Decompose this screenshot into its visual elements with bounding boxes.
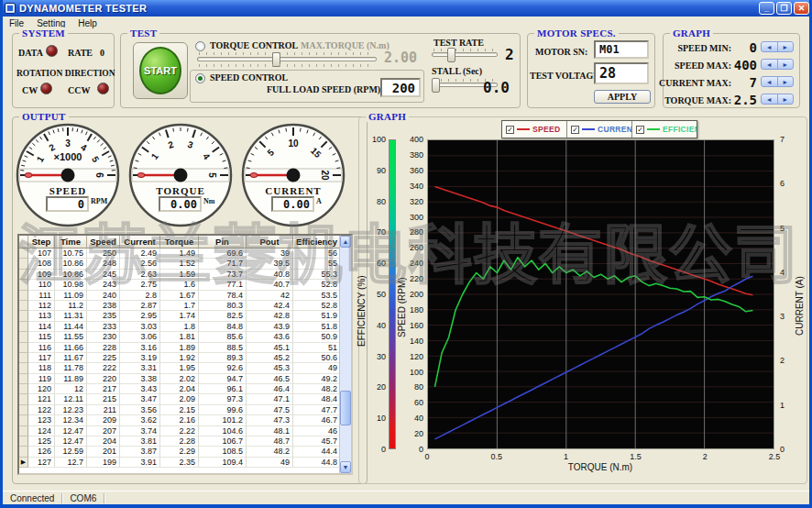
speed-max-spinner[interactable]: ◄► [761, 59, 794, 70]
table-row[interactable]: 11411.442333.031.884.843.951.8 [19, 322, 351, 332]
restore-button[interactable]: ❐ [776, 2, 792, 15]
table-row[interactable]: 10710.752502.491.4969.63956 [19, 248, 351, 259]
table-row[interactable]: 11511.552303.061.8185.643.650.9 [19, 332, 351, 342]
current-checkbox[interactable]: ✓ [571, 126, 579, 134]
table-cell: 52.8 [293, 301, 341, 311]
max-torque-slider[interactable] [197, 52, 377, 67]
row-selector[interactable] [19, 394, 28, 404]
row-selector[interactable]: ▶ [19, 458, 28, 468]
column-header-step[interactable]: Step [28, 236, 55, 248]
table-row[interactable]: 12612.592013.872.29108.548.244.4 [19, 447, 351, 457]
table-body[interactable]: 10710.752502.491.4969.6395610810.862482.… [19, 248, 351, 468]
stall-slider-thumb[interactable] [432, 78, 440, 93]
current-gauge: 5101520 CURRENT 0.00 A [240, 122, 346, 228]
table-row[interactable]: 11711.672253.191.9289.345.250.6 [19, 353, 351, 363]
legend-speed[interactable]: ✓ SPEED [502, 121, 567, 138]
table-row[interactable]: 11111.092402.81.6778.44253.5 [19, 291, 351, 301]
graph-settings-group: GRAPH SPEED MIN: 0 ◄► SPEED MAX: 400 ◄► … [663, 33, 800, 108]
table-row[interactable]: 10810.862482.561.5271.739.555 [19, 259, 351, 269]
torque-max-spinner[interactable]: ◄► [761, 94, 794, 105]
row-selector[interactable] [19, 301, 28, 311]
row-selector[interactable] [19, 291, 28, 301]
row-selector[interactable] [19, 374, 28, 384]
scroll-thumb[interactable] [340, 391, 351, 425]
row-selector[interactable] [19, 270, 28, 280]
title-bar[interactable]: DYNAMOMETER TESTER _ ❐ ✕ [0, 0, 812, 17]
table-row[interactable]: 11010.982432.751.677.140.752.8 [19, 280, 351, 290]
row-selector[interactable] [19, 248, 28, 259]
menu-setting[interactable]: Setting [30, 18, 71, 28]
column-header-time[interactable]: Time [55, 236, 87, 248]
tick-label: 140 [410, 337, 423, 346]
table-row[interactable]: 12412.472073.742.22104.648.146 [19, 426, 351, 436]
table-row[interactable]: 120122173.432.0496.146.448.2 [19, 384, 351, 394]
column-header-efficiency[interactable]: Efficiency [293, 236, 341, 248]
speed-min-spinner[interactable]: ◄► [761, 41, 794, 52]
row-selector[interactable] [19, 415, 28, 425]
table-row[interactable]: 11811.782223.311.9592.645.349 [19, 363, 351, 373]
tick-label: 100 [410, 368, 423, 377]
tick-label: 20 [377, 382, 386, 392]
motor-sn-input[interactable]: M01 [594, 40, 649, 59]
row-selector[interactable] [19, 322, 28, 332]
row-selector[interactable] [19, 405, 28, 415]
row-selector[interactable] [19, 343, 28, 353]
scroll-down-button[interactable]: ▼ [340, 461, 351, 473]
column-header-pin[interactable]: Pin [199, 236, 247, 248]
efficiency-checkbox[interactable]: ✓ [636, 126, 644, 134]
row-selector[interactable] [19, 363, 28, 373]
table-row[interactable]: 12512.472043.812.28106.748.745.7 [19, 436, 351, 447]
column-header-torque[interactable]: Torque [160, 236, 199, 248]
table-row[interactable]: 12112.112153.472.0997.347.148.4 [19, 394, 351, 404]
menu-help[interactable]: Help [71, 18, 104, 28]
column-header-speed[interactable]: Speed [87, 236, 120, 248]
row-selector[interactable] [19, 280, 28, 290]
row-selector[interactable] [19, 332, 28, 342]
row-selector[interactable] [19, 426, 28, 436]
row-selector[interactable] [19, 436, 28, 447]
table-row[interactable]: 12312.342093.622.16101.247.346.7 [19, 415, 351, 425]
table-cell: 209 [87, 415, 120, 425]
start-button[interactable]: START [133, 42, 188, 99]
table-row[interactable]: 11211.22382.871.780.342.452.8 [19, 301, 351, 311]
speed-control-radio[interactable] [195, 73, 205, 83]
table-cell: 49.2 [293, 374, 341, 384]
table-row[interactable]: ▶12712.71993.912.35109.44944.8 [19, 458, 351, 468]
test-rate-slider[interactable] [432, 49, 498, 61]
legend-efficiency[interactable]: ✓ EFFICIENCY [632, 121, 697, 138]
speed-checkbox[interactable]: ✓ [506, 126, 514, 134]
row-selector[interactable] [19, 353, 28, 363]
table-cell: 45.7 [293, 436, 341, 447]
table-row[interactable]: 10910.862452.631.5973.740.855.3 [19, 270, 351, 280]
status-bar: Connected COM6 [3, 491, 809, 504]
table-row[interactable]: 11911.892203.382.0294.746.549.2 [19, 374, 351, 384]
column-header-current[interactable]: Current [120, 236, 160, 248]
row-selector[interactable] [19, 259, 28, 269]
tick-label: 2 [703, 452, 708, 461]
column-header-pout[interactable]: Pout [247, 236, 293, 248]
table-row[interactable]: 11611.662283.161.8988.545.151 [19, 343, 351, 353]
table-row[interactable]: 12212.232113.562.1599.647.547.7 [19, 405, 351, 415]
tick-label: 6 [780, 179, 795, 188]
minimize-button[interactable]: _ [759, 2, 774, 15]
table-cell: 1.67 [160, 291, 199, 301]
results-table[interactable]: StepTimeSpeedCurrentTorquePinPoutEfficie… [17, 234, 353, 475]
table-cell: 111 [28, 291, 55, 301]
close-button[interactable]: ✕ [794, 2, 809, 15]
full-load-speed-display[interactable]: 200 [380, 78, 421, 97]
tick-label: 60 [414, 398, 423, 407]
test-voltage-input[interactable]: 28 [594, 62, 649, 84]
menu-file[interactable]: File [3, 18, 30, 28]
table-scrollbar[interactable]: ▲ ▼ [339, 236, 351, 473]
current-max-spinner[interactable]: ◄► [761, 76, 794, 87]
table-cell: 39 [247, 248, 293, 259]
row-selector[interactable] [19, 447, 28, 457]
table-row[interactable]: 11311.312352.951.7482.542.851.9 [19, 311, 351, 321]
row-selector[interactable] [19, 311, 28, 321]
row-selector[interactable] [19, 384, 28, 394]
test-rate-slider-thumb[interactable] [447, 48, 455, 62]
apply-button[interactable]: APPLY [594, 90, 651, 104]
scroll-up-button[interactable]: ▲ [340, 236, 351, 248]
torque-control-radio[interactable] [195, 41, 205, 51]
legend-current[interactable]: ✓ CURRENT [567, 121, 632, 138]
